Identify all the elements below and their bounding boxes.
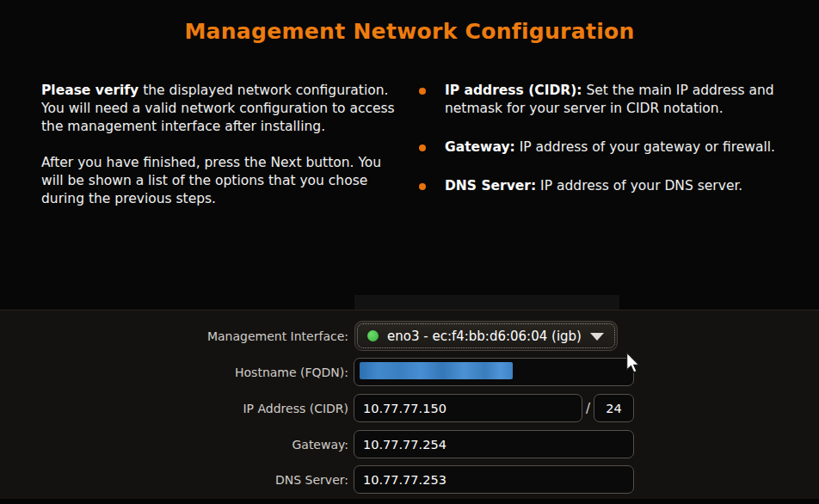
gateway-input[interactable] <box>354 430 634 458</box>
bullet-icon <box>419 144 426 151</box>
installer-window: { "title": "Management Network Configura… <box>0 0 819 504</box>
help-term: IP address (CIDR): <box>445 83 582 98</box>
form-row-ip-address: IP Address (CIDR) / <box>0 394 819 422</box>
help-term: DNS Server: <box>445 178 536 194</box>
intro-paragraph-1-lead: Please verify <box>41 83 139 98</box>
dns-server-label: DNS Server: <box>0 465 348 494</box>
help-bullet-list: IP address (CIDR): Set the main IP addre… <box>419 82 787 216</box>
cidr-input[interactable] <box>594 394 634 422</box>
ip-address-label: IP Address (CIDR) <box>0 394 348 422</box>
cidr-separator: / <box>582 394 594 422</box>
help-item-gateway: Gateway: IP address of your gateway or f… <box>419 138 787 157</box>
management-interface-selected-option: eno3 - ec:f4:bb:d6:06:04 (igb) <box>355 322 617 350</box>
management-interface-label: Management Interface: <box>0 321 348 351</box>
help-term: Gateway: <box>445 139 515 155</box>
hostname-label: Hostname (FQDN): <box>0 358 348 386</box>
bullet-icon <box>419 183 426 190</box>
form-row-management-interface: Management Interface: eno3 - ec:f4:bb:d6… <box>0 321 819 351</box>
help-desc: IP address of your gateway or firewall. <box>515 139 775 155</box>
form-row-hostname: Hostname (FQDN): <box>0 358 819 386</box>
network-config-form: Management Interface: eno3 - ec:f4:bb:d6… <box>0 310 819 499</box>
form-row-gateway: Gateway: <box>0 430 819 458</box>
intro-paragraph-2: After you have finished, press the Next … <box>41 154 401 208</box>
interface-up-status-icon <box>367 330 379 341</box>
management-interface-value: eno3 - ec:f4:bb:d6:06:04 (igb) <box>387 329 582 344</box>
help-desc: IP address of your DNS server. <box>536 178 742 194</box>
intro-text: Please verify the displayed network conf… <box>41 82 401 226</box>
dns-server-input[interactable] <box>354 465 634 494</box>
help-item-dns-server: DNS Server: IP address of your DNS serve… <box>419 177 787 195</box>
management-interface-select[interactable]: eno3 - ec:f4:bb:d6:06:04 (igb) <box>354 321 618 351</box>
bullet-icon <box>419 88 426 95</box>
bottom-band <box>0 499 819 504</box>
help-item-ip-address: IP address (CIDR): Set the main IP addre… <box>419 82 787 118</box>
ip-address-input[interactable] <box>354 394 582 422</box>
faint-panel <box>354 295 619 310</box>
intro-paragraph-1: Please verify the displayed network conf… <box>41 82 401 136</box>
chevron-down-icon <box>590 333 604 341</box>
hostname-input[interactable] <box>354 358 634 386</box>
page-title: Management Network Configuration <box>0 19 819 44</box>
form-row-dns-server: DNS Server: <box>0 465 819 494</box>
mouse-cursor-icon <box>625 352 640 374</box>
gateway-label: Gateway: <box>0 430 348 458</box>
help-section: Management Network Configuration Please … <box>0 0 819 310</box>
